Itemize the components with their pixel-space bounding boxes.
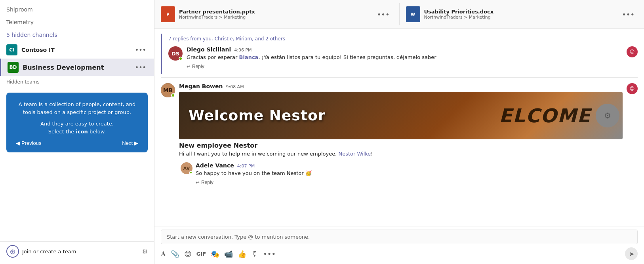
tooltip-prev-button[interactable]: ◀ Previous — [16, 140, 42, 146]
post-title: New employee Nestor — [179, 142, 623, 149]
tooltip-next-button[interactable]: Next ▶ — [122, 140, 138, 146]
pptx-icon: P — [161, 6, 175, 22]
chat-input-box[interactable]: Start a new conversation. Type @ to ment… — [161, 230, 638, 244]
thread-accent — [161, 34, 162, 74]
file-card-docx[interactable]: W Usability Priorities.docx NorthwindTra… — [399, 3, 644, 25]
avatar-diego: DS — [168, 46, 183, 61]
sub-body-adele: Adele Vance 4:07 PM So happy to have you… — [196, 162, 312, 186]
team-more-contoso[interactable]: ••• — [133, 45, 148, 55]
hidden-teams-label: Hidden teams — [0, 76, 154, 88]
file-cards-row: P Partner presentation.pptx NorthwindTra… — [154, 0, 644, 29]
message-body-diego: Diego Siciliani 4:06 PM Gracias por espe… — [187, 46, 623, 70]
sidebar: Shiproom Telemetry 5 hidden channels CI … — [0, 0, 154, 264]
avatar-status-megan — [171, 93, 175, 97]
sub-message-adele: AV Adele Vance 4:07 PM So happy to have … — [179, 162, 623, 186]
sub-text-adele: So happy to have you on the team Nestor … — [196, 169, 312, 177]
gif-icon[interactable]: GIF — [196, 251, 206, 257]
chevron-right-icon: ▶ — [134, 140, 138, 146]
audio-icon[interactable]: 🎙 — [251, 250, 258, 258]
avatar-megan: MB — [161, 83, 175, 97]
sidebar-item-shiproom[interactable]: Shiproom — [0, 3, 154, 16]
tooltip-navigation: ◀ Previous Next ▶ — [16, 140, 138, 146]
reply-arrow-icon-adele: ↩ — [196, 180, 200, 185]
sidebar-item-business-dev[interactable]: BD Business Development ••• — [0, 59, 154, 76]
meet-icon[interactable]: 📹 — [224, 250, 233, 258]
message-block-diego: DS Diego Siciliani 4:06 PM Gracias por e… — [168, 46, 638, 70]
post-body: Hi all I want you to help me in welcomin… — [179, 150, 623, 158]
reaction-button-diego[interactable]: 😊 — [627, 46, 638, 57]
reply-button-diego[interactable]: ↩ Reply — [187, 63, 204, 70]
tooltip-line2: And they are easy to create. Select the … — [16, 120, 138, 135]
like-icon[interactable]: 👍 — [238, 250, 246, 258]
avatar-status-adele — [189, 171, 192, 174]
team-icon-business-dev: BD — [8, 62, 19, 73]
chat-toolbar: 𝐀 📎 😊 GIF 🎭 📹 👍 🎙 ••• ➤ — [161, 247, 638, 261]
sidebar-item-hidden-channels[interactable]: 5 hidden channels — [0, 28, 154, 41]
message-header-diego: Diego Siciliani 4:06 PM — [187, 46, 623, 53]
message-header-megan: Megan Bowen 9:08 AM — [179, 83, 623, 89]
emoji-icon[interactable]: 😊 — [184, 250, 192, 258]
file-info-pptx: Partner presentation.pptx NorthwindTrade… — [179, 9, 370, 20]
attach-icon[interactable]: 📎 — [171, 250, 179, 258]
avatar-adele: AV — [181, 162, 192, 174]
file-more-pptx[interactable]: ••• — [374, 9, 393, 20]
join-team-icon: ⊕ — [6, 245, 19, 258]
reply-arrow-icon: ↩ — [187, 64, 191, 69]
post-link-nestor[interactable]: Nestor Wilke — [338, 151, 371, 157]
chat-input-area: Start a new conversation. Type @ to ment… — [154, 226, 644, 264]
sidebar-item-telemetry[interactable]: Telemetry — [0, 16, 154, 28]
tooltip-line1: A team is a collection of people, conten… — [16, 101, 138, 116]
message-text-diego: Gracias por esperar Bianca. ¡Ya están li… — [187, 53, 623, 61]
file-more-docx[interactable]: ••• — [619, 9, 638, 20]
more-options-icon[interactable]: ••• — [263, 250, 276, 258]
tooltip-card: A team is a collection of people, conten… — [6, 93, 148, 152]
file-card-pptx[interactable]: P Partner presentation.pptx NorthwindTra… — [154, 3, 399, 25]
team-more-business-dev[interactable]: ••• — [133, 62, 148, 73]
chevron-left-icon: ◀ — [16, 140, 20, 146]
main-chat-area: P Partner presentation.pptx NorthwindTra… — [154, 0, 644, 264]
welcome-image: Welcome Nestor ELCOME ⚙ — [179, 92, 623, 139]
sidebar-item-contoso-it[interactable]: CI Contoso IT ••• — [0, 41, 154, 59]
send-button[interactable]: ➤ — [625, 247, 638, 260]
reply-info: 7 replies from you, Christie, Miriam, an… — [168, 34, 638, 42]
reply-button-adele[interactable]: ↩ Reply — [196, 179, 213, 186]
join-team-label[interactable]: Join or create a team — [22, 249, 139, 255]
file-info-docx: Usability Priorities.docx NorthwindTrade… — [424, 9, 615, 20]
sticker-icon[interactable]: 🎭 — [211, 250, 219, 258]
reaction-button-megan[interactable]: 😊 — [627, 83, 638, 94]
divider — [161, 77, 638, 78]
sub-header-adele: Adele Vance 4:07 PM — [196, 162, 312, 169]
avatar-status-diego — [179, 57, 183, 61]
message-block-megan: MB Megan Bowen 9:08 AM Welcome Nestor EL… — [161, 83, 638, 188]
docx-icon: W — [406, 6, 420, 22]
chat-messages: 7 replies from you, Christie, Miriam, an… — [154, 29, 644, 226]
format-icon[interactable]: 𝐀 — [161, 249, 166, 258]
settings-gear-icon[interactable]: ⚙ — [142, 248, 148, 255]
team-icon-contoso: CI — [6, 44, 17, 55]
message-body-megan: Megan Bowen 9:08 AM Welcome Nestor ELCOM… — [179, 83, 623, 188]
welcome-gear-decoration: ⚙ — [596, 104, 619, 127]
sidebar-bottom: ⊕ Join or create a team ⚙ — [0, 241, 154, 264]
